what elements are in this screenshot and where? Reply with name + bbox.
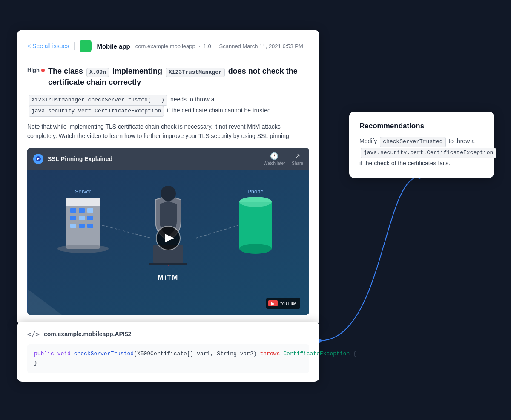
- issue-title-row: High The class X.09n implementing X123Tr…: [27, 66, 309, 88]
- exception-type: CertificateException: [283, 351, 350, 357]
- severity-badge: High: [27, 67, 45, 73]
- exception-tag-1: java.security.vert.CertificateException: [29, 106, 164, 117]
- svg-text:MiTM: MiTM: [158, 274, 179, 281]
- code-pre: public void checkServerTrusted(X509Certi…: [27, 344, 309, 373]
- svg-point-20: [57, 245, 109, 253]
- keyword-throws: throws: [260, 351, 280, 357]
- svg-rect-15: [79, 216, 85, 220]
- svg-text:Phone: Phone: [247, 188, 264, 195]
- method-tag-1: X123TrustManager.checkServerTrusted(...): [29, 95, 167, 106]
- svg-point-26: [239, 197, 272, 207]
- issue-title: The class X.09n implementing X123TrustMa…: [48, 66, 309, 88]
- svg-point-25: [239, 244, 272, 254]
- svg-rect-24: [239, 202, 272, 249]
- class-name-tag: X.09n: [86, 68, 109, 77]
- note-text: Note that while implementing TLS certifi…: [27, 122, 309, 141]
- svg-point-29: [161, 186, 176, 201]
- svg-rect-16: [87, 216, 93, 220]
- back-link[interactable]: < See all issues: [27, 43, 69, 49]
- method-name: checkServerTrusted: [74, 351, 134, 357]
- svg-rect-31: [149, 263, 187, 265]
- issue-header: < See all issues Mobile app com.example.…: [27, 40, 309, 59]
- keyword-public: public: [34, 351, 54, 357]
- rec-exception-tag: java.security.cert.CertificateException: [361, 148, 496, 158]
- description-1: X123TrustManager.checkServerTrusted(...)…: [27, 95, 309, 117]
- keyword-void: void: [57, 351, 71, 357]
- svg-rect-17: [70, 224, 76, 228]
- video-header: SSL Pinning Explained 🕐 Watch later ↗ Sh…: [27, 148, 309, 170]
- severity-label: High: [27, 67, 40, 73]
- video-logo-icon: [33, 154, 43, 164]
- svg-rect-12: [79, 208, 85, 213]
- app-name: Mobile app: [97, 43, 130, 50]
- code-icon: </>: [27, 330, 40, 338]
- video-container: SSL Pinning Explained 🕐 Watch later ↗ Sh…: [27, 148, 309, 315]
- watch-later-button[interactable]: 🕐 Watch later: [264, 152, 285, 166]
- main-issue-card: < See all issues Mobile app com.example.…: [17, 30, 319, 325]
- svg-rect-13: [87, 208, 93, 213]
- recommendations-text: Modify checkServerTrusted to throw a jav…: [359, 136, 484, 168]
- svg-rect-19: [87, 224, 93, 228]
- share-label: Share: [292, 161, 303, 166]
- interface-name-tag: X123TrustManager: [166, 68, 225, 77]
- video-controls: 🕐 Watch later ↗ Share: [264, 152, 303, 166]
- watch-later-label: Watch later: [264, 161, 285, 166]
- recommendations-title: Recommendations: [359, 122, 484, 130]
- clock-icon: 🕐: [270, 152, 278, 160]
- share-button[interactable]: ↗ Share: [292, 152, 303, 166]
- svg-rect-11: [70, 208, 76, 213]
- video-title: SSL Pinning Explained: [48, 155, 112, 162]
- share-icon: ↗: [295, 152, 300, 160]
- video-thumbnail: Server Phone: [27, 170, 309, 315]
- svg-text:YouTube: YouTube: [280, 301, 297, 306]
- app-meta: com.example.mobileapp · 1.0 · Scanned Ma…: [135, 43, 303, 49]
- app-icon: [80, 40, 92, 52]
- svg-rect-18: [79, 224, 85, 228]
- code-block-header: </> com.example.mobileapp.API$2: [27, 330, 309, 338]
- video-header-left: SSL Pinning Explained: [33, 154, 112, 164]
- svg-rect-10: [66, 198, 100, 206]
- rec-method-tag: checkServerTrusted: [380, 137, 445, 147]
- severity-dot: [41, 69, 45, 72]
- svg-rect-14: [70, 216, 76, 220]
- code-class-name: com.example.mobileapp.API$2: [44, 331, 131, 337]
- code-block-card: </> com.example.mobileapp.API$2 public v…: [17, 322, 319, 382]
- recommendations-card: Recommendations Modify checkServerTruste…: [349, 112, 494, 178]
- svg-text:Server: Server: [75, 188, 92, 195]
